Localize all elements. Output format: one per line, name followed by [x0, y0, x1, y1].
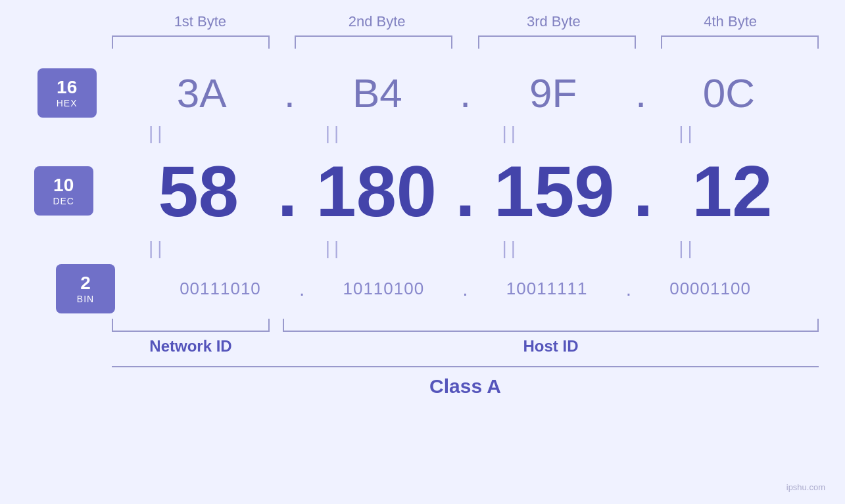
dec-badge: 10 DEC — [34, 166, 93, 216]
dec-values: 58 . 180 . 159 . 12 — [120, 149, 811, 233]
eq-2-4: || — [609, 238, 767, 259]
hex-val-4: 0C — [703, 70, 755, 116]
dec-byte-2: 180 — [297, 149, 455, 233]
bin-byte-4: 00001100 — [631, 279, 789, 299]
bin-byte-2: 10110100 — [304, 279, 462, 299]
bin-val-3: 10011111 — [506, 279, 588, 299]
dec-val-4: 12 — [692, 149, 772, 233]
dec-val-1: 58 — [158, 149, 238, 233]
dec-row: 10 DEC 58 . 180 . 159 . 12 — [34, 149, 811, 233]
bracket-4 — [661, 35, 819, 49]
dec-byte-4: 12 — [653, 149, 811, 233]
dot-dec-2: . — [455, 149, 475, 233]
hex-byte-1: 3A — [123, 70, 281, 116]
hex-byte-4: 0C — [650, 70, 808, 116]
dot-bin-3: . — [626, 278, 631, 300]
bracket-1 — [112, 35, 270, 49]
dot-hex-2: . — [460, 70, 471, 116]
dec-byte-3: 159 — [475, 149, 633, 233]
eq-2-1: || — [78, 238, 236, 259]
hex-base-number: 16 — [57, 78, 77, 98]
hex-byte-2: B4 — [299, 70, 456, 116]
equals-row-2: || || || || — [69, 238, 776, 259]
bin-byte-3: 10011111 — [468, 279, 626, 299]
bin-base-label: BIN — [77, 294, 94, 304]
dot-hex-3: . — [635, 70, 646, 116]
watermark: ipshu.com — [786, 482, 825, 492]
bin-badge: 2 BIN — [56, 264, 115, 313]
hex-val-1: 3A — [177, 70, 227, 116]
dot-bin-2: . — [462, 278, 468, 300]
bracket-3 — [478, 35, 636, 49]
bin-byte-1: 00111010 — [141, 279, 299, 299]
hex-values: 3A . B4 . 9F . 0C — [123, 70, 808, 116]
class-label: Class A — [429, 375, 501, 397]
hex-byte-3: 9F — [474, 70, 632, 116]
dec-base-number: 10 — [53, 175, 74, 196]
byte-label-3: 3rd Byte — [475, 13, 633, 30]
eq-1-4: || — [609, 123, 767, 144]
byte-label-1: 1st Byte — [121, 13, 279, 30]
eq-2-2: || — [255, 238, 413, 259]
bottom-brackets — [112, 319, 819, 332]
bin-val-2: 10110100 — [343, 279, 424, 299]
byte-label-4: 4th Byte — [652, 13, 809, 30]
top-brackets — [112, 35, 819, 49]
eq-2-3: || — [432, 238, 590, 259]
dot-hex-1: . — [284, 70, 295, 116]
hex-row: 16 HEX 3A . B4 . 9F . 0C — [37, 68, 808, 118]
bin-val-4: 00001100 — [669, 279, 751, 299]
dot-bin-1: . — [299, 278, 304, 300]
eq-1-2: || — [255, 123, 413, 144]
host-id-label: Host ID — [283, 337, 819, 355]
bin-row: 2 BIN 00111010 . 10110100 . 10011111 . 0… — [56, 264, 789, 313]
hex-base-label: HEX — [57, 98, 78, 108]
main-container: 1st Byte 2nd Byte 3rd Byte 4th Byte 16 H… — [0, 0, 845, 504]
byte-headers: 1st Byte 2nd Byte 3rd Byte 4th Byte — [26, 13, 819, 30]
bin-base-number: 2 — [80, 273, 91, 294]
eq-1-3: || — [432, 123, 590, 144]
dec-val-2: 180 — [316, 149, 437, 233]
dec-base-label: DEC — [53, 196, 74, 206]
bracket-2 — [295, 35, 452, 49]
hex-val-3: 9F — [529, 70, 577, 116]
class-row: Class A — [112, 366, 819, 398]
hex-val-2: B4 — [352, 70, 402, 116]
byte-label-2: 2nd Byte — [298, 13, 456, 30]
bottom-bracket-host — [283, 319, 819, 332]
bottom-labels: Network ID Host ID — [112, 337, 819, 355]
hex-badge: 16 HEX — [37, 68, 97, 118]
bin-val-1: 00111010 — [180, 279, 261, 299]
bin-values: 00111010 . 10110100 . 10011111 . 0000110… — [141, 278, 789, 300]
bottom-bracket-network — [112, 319, 270, 332]
dec-val-3: 159 — [494, 149, 615, 233]
equals-row-1: || || || || — [69, 123, 776, 144]
dec-byte-1: 58 — [120, 149, 278, 233]
dot-dec-1: . — [278, 149, 298, 233]
network-id-label: Network ID — [112, 337, 270, 355]
dot-dec-3: . — [633, 149, 654, 233]
eq-1-1: || — [78, 123, 236, 144]
